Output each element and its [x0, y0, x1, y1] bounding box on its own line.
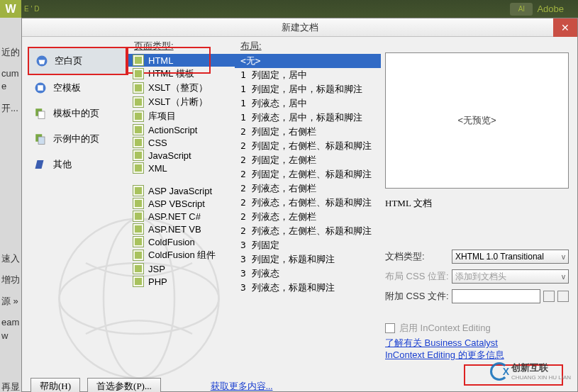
pagetype-label: ASP.NET C#: [148, 211, 201, 222]
doctype-label: 文档类型:: [385, 250, 449, 263]
pagetype-label: HTML 模板: [148, 67, 194, 80]
pagetype-coldfusion-comp[interactable]: ColdFusion 组件: [128, 248, 235, 262]
layout-item[interactable]: 1 列固定，居中，标题和脚注: [235, 82, 381, 96]
pagetype-header: 页面类型:: [128, 40, 235, 52]
pagetype-html[interactable]: HTML: [128, 54, 235, 67]
css-file-label: 附加 CSS 文件:: [385, 290, 449, 303]
incontext-label: 启用 InContext Editing: [399, 322, 491, 335]
link-icon[interactable]: [543, 291, 555, 302]
bg-text: 速入: [1, 252, 20, 265]
watermark-icon: [490, 362, 508, 381]
pagetype-asp-js[interactable]: ASP JavaScript: [128, 184, 235, 197]
bg-text: 源 »: [1, 295, 20, 308]
doctype-select[interactable]: XHTML 1.0 Transitional: [452, 250, 569, 264]
pagetype-library[interactable]: 库项目: [128, 109, 235, 123]
other-icon: [33, 157, 48, 172]
category-from-template[interactable]: 模板中的页: [28, 101, 128, 126]
app-logo: W: [0, 0, 21, 18]
learn-more-link[interactable]: InContext Editing 的更多信息: [385, 349, 504, 360]
pagetype-label: 库项目: [148, 110, 176, 123]
category-label: 空白页: [55, 55, 82, 67]
file-icon: [133, 111, 144, 122]
layout-item[interactable]: 3 列固定，标题和脚注: [235, 252, 381, 267]
watermark-subtext: CHUANG XIN HU LIAN: [511, 374, 571, 381]
pagetype-label: CSS: [148, 138, 167, 148]
bg-text: 近的: [1, 46, 20, 59]
layout-item[interactable]: 1 列液态，居中，标题和脚注: [235, 111, 381, 125]
category-label: 示例中的页: [53, 133, 99, 145]
pagetype-php[interactable]: PHP: [128, 275, 235, 288]
incontext-checkbox[interactable]: [385, 323, 395, 333]
layout-item[interactable]: 1 列液态，居中: [235, 96, 381, 111]
pagetype-coldfusion[interactable]: ColdFusion: [128, 235, 235, 248]
get-more-link[interactable]: 获取更多内容...: [211, 380, 273, 392]
bg-text: cume: [1, 67, 20, 93]
pagetype-xml[interactable]: XML: [128, 162, 235, 174]
category-blank-page[interactable]: 空白页: [28, 47, 128, 75]
blank-page-icon: [35, 54, 49, 68]
category-label: 其他: [53, 158, 72, 171]
trash-icon[interactable]: [557, 291, 569, 302]
layout-item[interactable]: 2 列液态，右侧栏、标题和脚注: [235, 196, 381, 210]
adobe-icon: AI: [510, 3, 533, 16]
pagetype-html-template[interactable]: HTML 模板: [128, 67, 235, 81]
layout-header: 布局:: [235, 40, 381, 52]
blank-template-icon: [33, 81, 48, 95]
pagetype-label: ActionScript: [148, 125, 197, 135]
pagetype-label: ASP VBScript: [148, 198, 205, 209]
layout-item[interactable]: 2 列液态，右侧栏: [235, 181, 381, 196]
pagetype-label: HTML: [148, 55, 173, 66]
pagetype-css[interactable]: CSS: [128, 136, 235, 149]
pagetype-jsp[interactable]: JSP: [128, 262, 235, 275]
category-from-sample[interactable]: 示例中的页: [28, 126, 128, 152]
file-icon: [133, 162, 144, 174]
pagetype-label: PHP: [148, 276, 167, 287]
pagetype-aspnet-vb[interactable]: ASP.NET VB: [128, 223, 235, 235]
layout-item[interactable]: 2 列液态，左侧栏、标题和脚注: [235, 224, 381, 238]
learn-more-link[interactable]: 了解有关 Business Catalyst: [385, 337, 498, 348]
app-sublogo: E ' D: [21, 5, 39, 13]
help-button[interactable]: 帮助(H): [30, 378, 80, 392]
layout-item[interactable]: 2 列固定，右侧栏: [235, 125, 381, 139]
layout-item[interactable]: 1 列固定，居中: [235, 68, 381, 82]
layout-item[interactable]: 3 列液态: [235, 267, 381, 281]
sample-page-icon: [33, 132, 48, 146]
pagetype-label: ASP.NET VB: [148, 224, 201, 235]
pagetype-xslt-full[interactable]: XSLT（整页）: [128, 81, 235, 95]
category-other[interactable]: 其他: [28, 152, 128, 177]
bg-text: eamw: [1, 316, 20, 342]
doctype-row: 文档类型: XHTML 1.0 Transitional: [385, 250, 569, 264]
template-page-icon: [33, 106, 48, 121]
layout-item[interactable]: 3 列固定: [235, 238, 381, 252]
css-location-select[interactable]: 添加到文档头: [452, 269, 569, 284]
dialog-titlebar: 新建文档 ✕: [22, 18, 577, 37]
file-icon: [133, 185, 144, 196]
file-icon: [133, 137, 144, 148]
incontext-row: 启用 InContext Editing: [385, 322, 569, 335]
close-button[interactable]: ✕: [553, 18, 577, 37]
file-icon: [133, 150, 144, 161]
category-column: 空白页 空模板 模板中的页 示例中的页 其他: [22, 37, 128, 371]
pagetype-asp-vb[interactable]: ASP VBScript: [128, 197, 235, 210]
layout-item[interactable]: 3 列液态，标题和脚注: [235, 281, 381, 295]
file-icon: [133, 263, 144, 274]
preferences-button[interactable]: 首选参数(P)...: [87, 378, 161, 392]
dialog-body: 空白页 空模板 模板中的页 示例中的页 其他 页面类型: HTML: [22, 37, 577, 371]
css-file-input[interactable]: [452, 289, 540, 303]
category-label: 模板中的页: [53, 107, 99, 120]
pagetype-javascript[interactable]: JavaScript: [128, 149, 235, 162]
layout-none[interactable]: <无>: [235, 54, 381, 68]
pagetype-actionscript[interactable]: ActionScript: [128, 123, 235, 136]
pagetype-aspnet-cs[interactable]: ASP.NET C#: [128, 210, 235, 223]
css-file-row: 附加 CSS 文件:: [385, 289, 569, 303]
layout-item[interactable]: 2 列固定，右侧栏、标题和脚注: [235, 139, 381, 153]
no-preview-label: <无预览>: [457, 114, 496, 127]
pagetype-xslt-fragment[interactable]: XSLT（片断）: [128, 95, 235, 109]
layout-item[interactable]: 2 列固定，左侧栏: [235, 153, 381, 167]
bg-text: 再显: [1, 381, 20, 392]
svg-rect-5: [38, 85, 43, 91]
layout-item[interactable]: 2 列液态，左侧栏: [235, 210, 381, 224]
file-icon: [133, 223, 144, 235]
category-blank-template[interactable]: 空模板: [28, 75, 128, 101]
layout-item[interactable]: 2 列固定，左侧栏、标题和脚注: [235, 167, 381, 181]
